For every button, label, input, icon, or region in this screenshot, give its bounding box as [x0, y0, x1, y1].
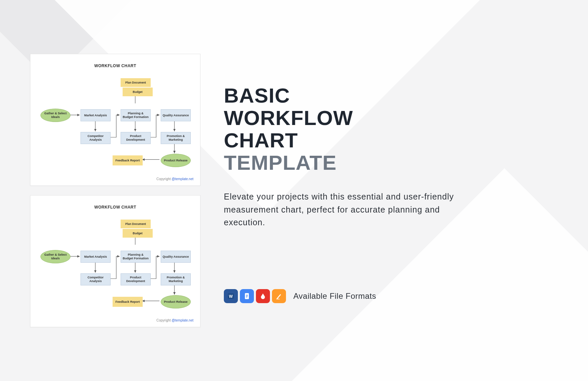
page-description: Elevate your projects with this essentia… — [224, 190, 464, 229]
node-market-analysis: Market Analysis — [81, 109, 111, 121]
node-promotion-marketing: Promotion & Marketing — [161, 273, 191, 285]
node-product-release: Product Release — [161, 154, 191, 167]
note-budget: Budget — [123, 229, 153, 238]
note-plan-document-wrap: Plan Document — [121, 78, 151, 87]
svg-rect-20 — [276, 299, 280, 299]
node-promotion-marketing: Promotion & Marketing — [161, 132, 191, 144]
node-quality-assurance: Quality Assurance — [161, 109, 191, 121]
thumbnail-copyright: Copyright @template.net — [156, 177, 193, 181]
node-competitor-analysis: Competitor Analysis — [81, 132, 111, 144]
apple-pages-icon — [272, 289, 286, 303]
title-line-2: WORKFLOW — [224, 106, 353, 129]
node-gather: Gather & Select Idea/s — [40, 109, 70, 122]
title-line-1: BASIC — [224, 84, 290, 107]
node-competitor-analysis: Competitor Analysis — [81, 273, 111, 285]
node-product-dev: Product Development — [121, 273, 151, 285]
thumbnail-title: WORKFLOW CHART — [30, 205, 200, 210]
workflow-thumbnail-1: WORKFLOW CHART — [30, 54, 200, 186]
node-feedback-report: Feedback Report — [113, 155, 143, 165]
note-plan-document: Plan Document — [121, 220, 151, 228]
copyright-prefix: Copyright — [156, 177, 172, 181]
node-product-release: Product Release — [161, 295, 191, 308]
pdf-icon — [256, 289, 270, 303]
node-feedback-report: Feedback Report — [113, 297, 143, 307]
workflow-thumbnail-2: WORKFLOW CHART — [30, 195, 200, 327]
formats-label: Available File Formats — [293, 291, 376, 301]
copyright-prefix: Copyright — [156, 319, 172, 322]
note-budget: Budget — [123, 88, 153, 96]
node-market-analysis: Market Analysis — [81, 251, 111, 263]
node-gather: Gather & Select Idea/s — [40, 250, 70, 263]
google-docs-icon — [240, 289, 254, 303]
node-planning-budget: Planning & Budget Formation — [121, 251, 151, 263]
node-quality-assurance: Quality Assurance — [161, 251, 191, 263]
copyright-link[interactable]: @template.net — [172, 319, 193, 322]
thumbnail-copyright: Copyright @template.net — [156, 319, 193, 322]
file-formats-row: W Available File Formats — [224, 289, 548, 303]
thumbnails-column: WORKFLOW CHART — [0, 54, 204, 327]
note-plan-document: Plan Document — [121, 78, 151, 87]
svg-text:W: W — [229, 294, 233, 299]
page-title: BASIC WORKFLOW CHART TEMPLATE — [224, 85, 548, 174]
format-icons: W — [224, 289, 286, 303]
word-icon: W — [224, 289, 238, 303]
title-line-3: CHART — [224, 129, 298, 152]
node-planning-budget: Planning & Budget Formation — [121, 109, 151, 121]
note-plan-document-wrap: Plan Document — [121, 220, 151, 228]
node-product-dev: Product Development — [121, 132, 151, 144]
title-line-4: TEMPLATE — [224, 151, 337, 174]
page-container: WORKFLOW CHART — [0, 0, 588, 381]
thumbnail-title: WORKFLOW CHART — [30, 64, 200, 68]
copyright-link[interactable]: @template.net — [172, 177, 193, 181]
info-column: BASIC WORKFLOW CHART TEMPLATE Elevate yo… — [204, 78, 588, 303]
